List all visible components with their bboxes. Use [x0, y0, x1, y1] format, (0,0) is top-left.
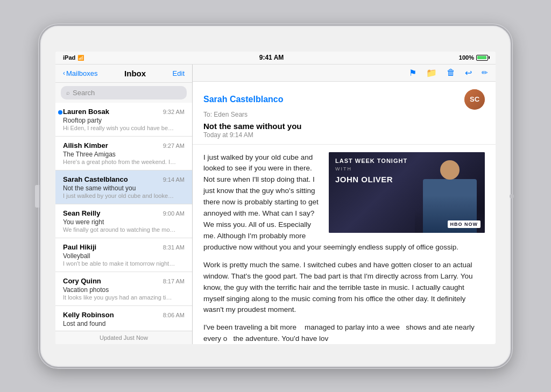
email-detail-panel: ⚑ 📁 🗑 ↩ ✏ Sarah Castelblanco SC To: Eden…: [193, 65, 496, 344]
email-time: 8:17 AM: [163, 278, 185, 284]
search-icon: ⌕: [66, 89, 70, 96]
email-list-item[interactable]: Ailish Kimber 9:27 AM The Three Amigas H…: [55, 137, 192, 170]
email-subject: Not the same without you: [63, 184, 185, 192]
compose-button[interactable]: ✏: [482, 68, 488, 77]
email-time: 9:27 AM: [163, 142, 185, 149]
email-preview: I just walked by your old cube and looke…: [63, 193, 176, 199]
avatar-initials: SC: [464, 89, 485, 110]
ad-subtitle: WITH: [335, 166, 407, 173]
ad-name: JOHN OLIVER: [335, 173, 407, 186]
email-list-item[interactable]: Sarah Castelblanco 9:14 AM Not the same …: [55, 170, 192, 204]
body-paragraph-3: I've been traveling a bit more managed t…: [203, 322, 485, 344]
detail-subject: Not the same without you: [203, 122, 485, 131]
email-time: 9:14 AM: [163, 176, 185, 183]
ipad-screen: iPad 📶 9:41 AM 100% ‹ Mailbo: [55, 52, 496, 344]
email-list-panel: ‹ Mailboxes Inbox Edit ⌕ Search Lauren B…: [55, 65, 193, 344]
battery-icon: [476, 55, 488, 61]
detail-from-name: Sarah Castelblanco: [203, 95, 284, 104]
email-subject: Lost and found: [63, 320, 185, 327]
body-paragraph-2: Work is pretty much the same. I switched…: [203, 260, 485, 316]
email-subject: The Three Amigas: [63, 151, 185, 158]
email-list: Lauren Bosak 9:32 AM Rooftop party Hi Ed…: [55, 103, 192, 331]
email-list-item[interactable]: Kelly Robinson 8:06 AM Lost and found: [55, 306, 192, 331]
email-subject: You were right: [63, 218, 185, 226]
email-list-item[interactable]: Paul Hikiji 8:31 AM Volleyball I won't b…: [55, 238, 192, 272]
email-sender: Sean Reilly: [63, 209, 100, 217]
battery-pct: 100%: [459, 54, 474, 61]
email-subject: Vacation photos: [63, 286, 185, 294]
ad-title-line1: LAST WEEK TONIGHT: [335, 158, 407, 165]
email-preview: Here's a great photo from the weekend. I…: [63, 159, 176, 165]
mailboxes-back-button[interactable]: ‹ Mailboxes: [63, 69, 98, 77]
ad-text-overlay: LAST WEEK TONIGHT WITH JOHN OLIVER: [335, 158, 407, 186]
folder-button[interactable]: 📁: [426, 68, 437, 78]
reply-button[interactable]: ↩: [465, 68, 472, 78]
trash-button[interactable]: 🗑: [447, 68, 455, 77]
search-bar[interactable]: ⌕ Search: [61, 86, 187, 99]
email-time: 9:00 AM: [163, 210, 185, 217]
email-sender: Kelly Robinson: [63, 311, 114, 319]
email-sender: Paul Hikiji: [63, 243, 96, 251]
inbox-title: Inbox: [124, 69, 146, 78]
detail-header: Sarah Castelblanco SC To: Eden Sears Not…: [193, 82, 496, 145]
inline-ad[interactable]: LAST WEEK TONIGHT WITH JOHN OLIVER HBO N…: [329, 152, 485, 233]
wifi-icon: 📶: [77, 55, 84, 61]
email-sender: Cory Quinn: [63, 277, 101, 285]
status-bar: iPad 📶 9:41 AM 100%: [55, 52, 496, 65]
email-time: 8:06 AM: [163, 312, 185, 318]
side-dot: [510, 194, 514, 198]
content-area: ‹ Mailboxes Inbox Edit ⌕ Search Lauren B…: [55, 65, 496, 344]
status-time: 9:41 AM: [259, 54, 284, 61]
avatar: SC: [464, 89, 485, 110]
search-placeholder: Search: [73, 89, 95, 97]
status-left: iPad 📶: [63, 54, 84, 61]
email-sender: Lauren Bosak: [63, 108, 109, 116]
ipad-label: iPad: [63, 54, 75, 61]
email-list-footer: Updated Just Now: [55, 331, 192, 344]
unread-dot: [58, 110, 62, 115]
email-list-item[interactable]: Lauren Bosak 9:32 AM Rooftop party Hi Ed…: [55, 103, 192, 137]
email-subject: Volleyball: [63, 252, 185, 260]
detail-toolbar: ⚑ 📁 🗑 ↩ ✏: [193, 65, 496, 82]
status-right: 100%: [459, 54, 488, 61]
chevron-left-icon: ‹: [63, 69, 65, 77]
email-preview: Hi Eden, I really wish you could have be…: [63, 125, 176, 131]
email-subject: Rooftop party: [63, 117, 185, 124]
email-sender: Sarah Castelblanco: [63, 175, 128, 183]
email-time: 8:31 AM: [163, 244, 185, 251]
email-time: 9:32 AM: [163, 109, 185, 115]
edit-button[interactable]: Edit: [173, 69, 185, 77]
email-list-header: ‹ Mailboxes Inbox Edit: [55, 65, 192, 83]
flag-button[interactable]: ⚑: [409, 68, 416, 78]
ipad-frame: iPad 📶 9:41 AM 100% ‹ Mailbo: [39, 24, 512, 368]
email-preview: We finally got around to watching the mo…: [63, 226, 176, 233]
email-preview: I won't be able to make it tomorrow nigh…: [63, 260, 176, 267]
email-preview: It looks like you guys had an amazing ti…: [63, 294, 176, 301]
detail-to: To: Eden Sears: [203, 111, 485, 118]
detail-body: LAST WEEK TONIGHT WITH JOHN OLIVER HBO N…: [193, 145, 496, 344]
detail-date: Today at 9:14 AM: [203, 131, 485, 139]
email-list-item[interactable]: Cory Quinn 8:17 AM Vacation photos It lo…: [55, 272, 192, 306]
mailboxes-label: Mailboxes: [66, 69, 98, 77]
hbo-logo: HBO NOW: [448, 220, 481, 229]
email-sender: Ailish Kimber: [63, 141, 108, 149]
email-list-item[interactable]: Sean Reilly 9:00 AM You were right We fi…: [55, 204, 192, 238]
